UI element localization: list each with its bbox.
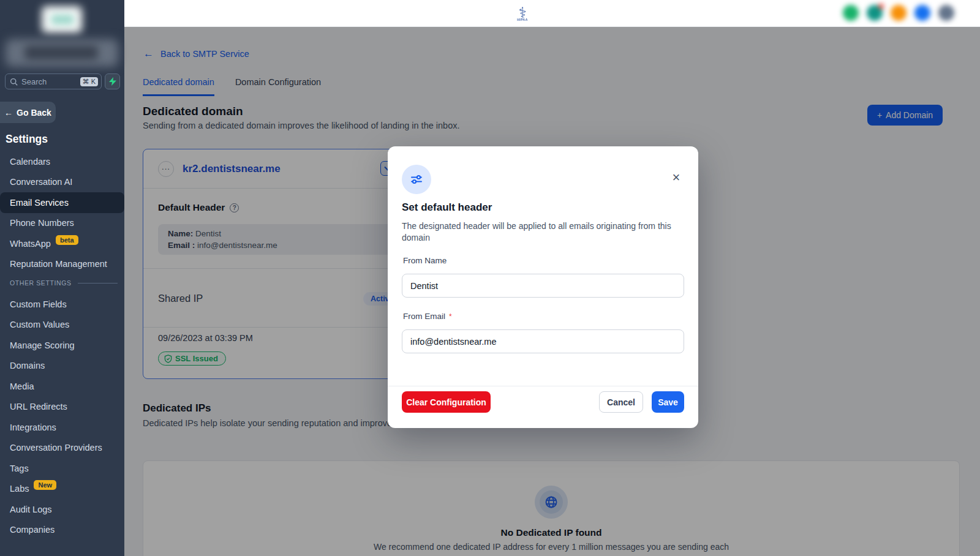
sliders-icon-circle	[402, 165, 431, 194]
sidebar-item-conversation-ai[interactable]: Conversation AI	[0, 172, 124, 193]
from-name-field[interactable]	[402, 274, 684, 298]
modal-description: The designated header will be applied to…	[402, 220, 674, 244]
sidebar-item-phone-numbers[interactable]: Phone Numbers	[0, 213, 124, 234]
sidebar-item-conversation-providers[interactable]: Conversation Providers	[0, 438, 124, 459]
modal-footer-divider	[388, 386, 698, 386]
toolbar-app-icons	[843, 5, 954, 21]
sidebar-item-custom-fields[interactable]: Custom Fields	[0, 294, 124, 315]
search-icon	[10, 78, 18, 86]
back-arrow-icon: ←	[4, 108, 13, 118]
from-email-label: From Email*	[403, 312, 452, 321]
settings-menu: Calendars Conversation AI Email Services…	[0, 151, 124, 274]
hipaa-badge-logo: ⚕ HIPAA	[510, 2, 535, 25]
orange-app-icon[interactable]	[891, 5, 907, 21]
save-button[interactable]: Save	[652, 391, 684, 413]
settings-sliders-icon	[410, 173, 423, 186]
sidebar-item-manage-scoring[interactable]: Manage Scoring	[0, 335, 124, 356]
required-asterisk: *	[449, 312, 452, 321]
quick-actions-button[interactable]	[105, 73, 120, 89]
other-settings-label: OTHER SETTINGS	[10, 279, 72, 287]
new-badge: New	[34, 480, 56, 490]
close-icon[interactable]: ×	[669, 171, 684, 186]
settings-sidebar: Search ⌘ K ← Go Back Settings Calendars …	[0, 0, 124, 556]
from-email-field[interactable]	[402, 329, 684, 353]
teal-app-icon[interactable]	[867, 5, 883, 21]
sidebar-item-labs[interactable]: LabsNew	[0, 479, 124, 500]
slate-app-icon[interactable]	[938, 5, 954, 21]
agency-logo-mark	[51, 15, 74, 24]
sidebar-item-audit-logs[interactable]: Audit Logs	[0, 499, 124, 520]
sidebar-item-calendars[interactable]: Calendars	[0, 151, 124, 172]
clear-configuration-button[interactable]: Clear Configuration	[402, 391, 491, 413]
sidebar-item-custom-values[interactable]: Custom Values	[0, 315, 124, 336]
blue-app-icon[interactable]	[914, 5, 930, 21]
beta-badge: beta	[56, 235, 78, 245]
search-shortcut-badge: ⌘ K	[80, 77, 98, 86]
modal-title: Set default header	[402, 201, 492, 214]
search-placeholder: Search	[21, 77, 77, 86]
sidebar-item-tags[interactable]: Tags	[0, 458, 124, 479]
sidebar-item-media[interactable]: Media	[0, 376, 124, 397]
go-back-label: Go Back	[17, 108, 51, 118]
sidebar-item-whatsapp[interactable]: WhatsAppbeta	[0, 233, 124, 254]
sidebar-heading: Settings	[6, 133, 48, 146]
from-name-label: From Name	[403, 256, 447, 265]
divider-line	[78, 283, 118, 284]
set-default-header-modal: × Set default header The designated head…	[388, 146, 698, 428]
sidebar-item-url-redirects[interactable]: URL Redirects	[0, 397, 124, 418]
sidebar-item-reputation-management[interactable]: Reputation Management	[0, 254, 124, 275]
lightning-bolt-icon	[109, 77, 116, 86]
app-window: Search ⌘ K ← Go Back Settings Calendars …	[0, 0, 980, 556]
other-settings-menu: Custom Fields Custom Values Manage Scori…	[0, 294, 124, 540]
sidebar-item-integrations[interactable]: Integrations	[0, 417, 124, 438]
search-input[interactable]: Search ⌘ K	[5, 73, 102, 89]
go-back-button[interactable]: ← Go Back	[0, 102, 56, 123]
top-bar: ⚕ HIPAA	[124, 0, 980, 27]
sidebar-item-companies[interactable]: Companies	[0, 520, 124, 541]
green-app-icon[interactable]	[843, 5, 859, 21]
sidebar-item-domains[interactable]: Domains	[0, 356, 124, 377]
other-settings-divider: OTHER SETTINGS	[10, 279, 118, 287]
notification-dot	[878, 4, 884, 9]
account-switcher-label	[24, 45, 98, 60]
sidebar-item-email-services[interactable]: Email Services	[0, 192, 124, 213]
cancel-button[interactable]: Cancel	[599, 391, 643, 413]
